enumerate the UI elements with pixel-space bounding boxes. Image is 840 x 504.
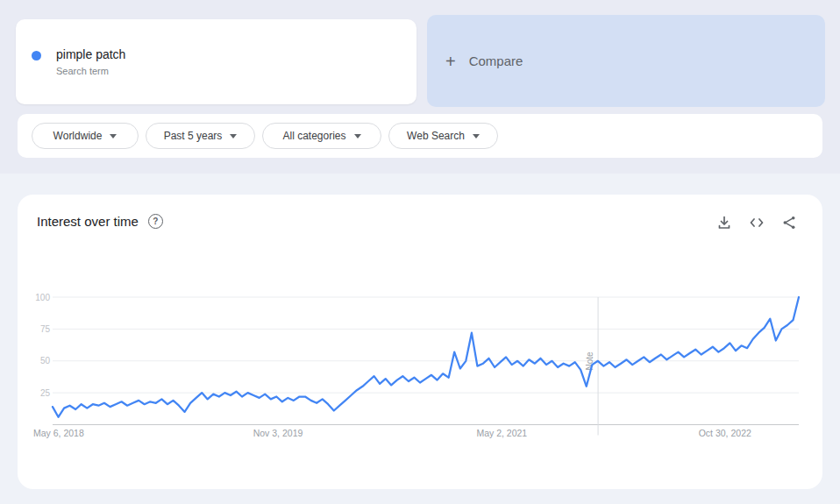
time-filter-label: Past 5 years [164, 130, 223, 142]
chevron-down-icon [230, 134, 237, 138]
svg-text:Note: Note [585, 351, 594, 371]
header-section: pimple patch Search term + Compare World… [0, 0, 840, 174]
svg-text:75: 75 [40, 324, 51, 334]
interest-over-time-chart[interactable]: 255075100NoteMay 6, 2018Nov 3, 2019May 2… [18, 195, 822, 489]
compare-label: Compare [469, 53, 523, 68]
interest-over-time-panel: Interest over time ? [18, 195, 822, 489]
plus-icon: + [445, 53, 456, 70]
svg-text:May 6, 2018: May 6, 2018 [33, 428, 84, 438]
search-term-label: pimple patch [56, 47, 125, 61]
chevron-down-icon [110, 134, 117, 138]
svg-text:Oct 30, 2022: Oct 30, 2022 [699, 428, 751, 438]
search-type-filter-dropdown[interactable]: Web Search [388, 123, 498, 149]
compare-add-button[interactable]: + Compare [427, 15, 825, 107]
search-term-type: Search term [56, 66, 109, 76]
geo-filter-dropdown[interactable]: Worldwide [32, 123, 139, 149]
svg-text:50: 50 [40, 356, 51, 366]
chevron-down-icon [354, 134, 361, 138]
content-section: Interest over time ? [0, 174, 840, 504]
time-filter-dropdown[interactable]: Past 5 years [146, 123, 255, 149]
search-term-card[interactable]: pimple patch Search term [16, 19, 416, 104]
svg-text:100: 100 [35, 293, 50, 302]
svg-text:25: 25 [40, 388, 51, 398]
svg-text:Nov 3, 2019: Nov 3, 2019 [253, 428, 303, 438]
svg-text:May 2, 2021: May 2, 2021 [476, 428, 527, 438]
chevron-down-icon [473, 134, 480, 138]
filter-bar: Worldwide Past 5 years All categories We… [18, 114, 822, 158]
category-filter-dropdown[interactable]: All categories [262, 123, 381, 149]
category-filter-label: All categories [282, 130, 345, 142]
search-type-filter-label: Web Search [407, 130, 465, 142]
series-color-dot [32, 51, 41, 60]
geo-filter-label: Worldwide [53, 130, 103, 142]
